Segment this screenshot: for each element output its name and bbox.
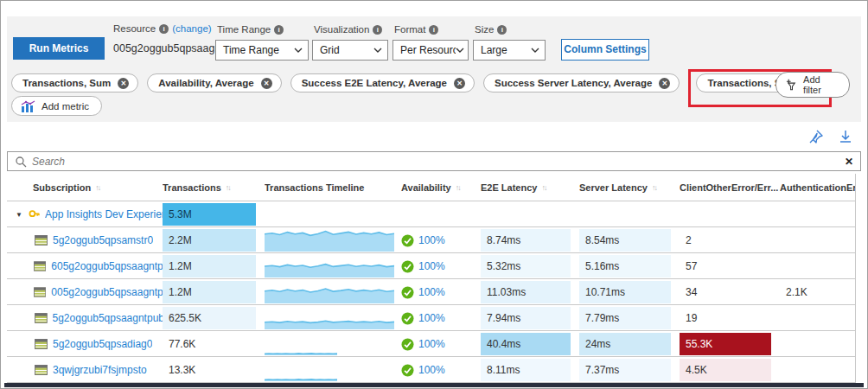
metric-pill[interactable]: Availability, Average ✕ [147,73,281,92]
format-dropdown[interactable]: Per Resource [393,40,469,61]
sort-icon[interactable]: ↑↓ [456,183,460,192]
resource-link[interactable]: 5g2oggub5qpsaagntpub [53,312,163,324]
grid-actions [808,129,853,144]
info-icon: i [429,25,438,35]
table-row[interactable]: 3qwjgrzubi7fsjmpsto13.3K 100%8.11ms7.37m… [7,357,856,383]
resource-link[interactable]: 5g2oggub5qpsamstr0 [53,234,153,246]
heatmap-cell: 5.3M [163,203,256,226]
heatmap-cell: 34 [680,281,771,303]
collapse-caret-icon[interactable]: ▼ [16,211,23,219]
remove-metric-icon[interactable]: ✕ [454,78,465,89]
table-row[interactable]: 5g2oggub5qpsamstr02.2M 100%8.74ms8.54ms2 [7,227,856,253]
transactions-sparkline [265,307,394,329]
client-other-error-cell: 2 [680,229,780,252]
server-latency-cell: 5.16ms [579,255,680,277]
metric-pills: Transactions, Sum ✕ Availability, Averag… [11,73,832,107]
transactions-cell: 13.3K [163,359,265,381]
remove-metric-icon[interactable]: ✕ [118,78,129,89]
time-range-label: Time Range i [217,24,284,35]
resource-link[interactable]: 005g2oggub5qpsaagntpri [51,286,163,298]
column-header-transactions[interactable]: Transactions↑↓ [163,182,265,193]
transactions-cell: 5.3M [163,203,265,226]
metric-pill[interactable]: Success E2E Latency, Average ✕ [290,73,475,92]
table-row[interactable]: 005g2oggub5qpsaagntpri1.2M 100%11.03ms10… [7,279,856,305]
transactions-cell: 2.2M [163,229,265,252]
availability-value: 100% [418,338,445,350]
server-latency-cell: 8.54ms [579,229,680,252]
resource-change-link[interactable]: (change) [172,23,211,34]
resource-link[interactable]: 605g2oggub5qpsaagntpri [51,260,163,272]
column-header-availability[interactable]: Availability↑↓ [401,182,481,193]
transactions-timeline-cell [265,227,401,253]
heatmap-cell: 19 [680,307,771,329]
search-icon [15,156,27,168]
column-header-authentication-error[interactable]: AuthenticationErr... [780,182,855,193]
add-metric-button[interactable]: Add metric [11,96,102,116]
run-metrics-button[interactable]: Run Metrics [13,37,105,60]
size-dropdown[interactable]: Large [473,40,546,61]
table-row[interactable]: 5g2oggub5qpsaagntpub625.5K 100%7.94ms7.7… [7,305,856,331]
column-header-e2e-latency[interactable]: E2E Latency↑↓ [481,182,579,193]
sort-icon[interactable]: ↑↓ [541,183,546,192]
availability-value: 100% [418,260,445,272]
heatmap-cell: 8.11ms [481,359,571,381]
heatmap-cell: 24ms [579,333,671,355]
heatmap-cell: 2 [680,229,771,252]
column-header-transactions-timeline[interactable]: Transactions Timeline [265,182,401,193]
heatmap-cell: 5.32ms [481,255,571,277]
resource-link[interactable]: App Insights Dev Experience [45,208,163,220]
table-row[interactable]: 605g2oggub5qpsaagntpri1.2M 100%5.32ms5.1… [7,253,856,279]
metric-pill[interactable]: Transactions, Sum ✕ [11,73,138,92]
metric-pill[interactable]: Success Server Latency, Average ✕ [483,73,680,92]
availability-check-icon [401,286,414,299]
transactions-cell: 77.6K [163,333,265,355]
remove-metric-icon[interactable]: ✕ [659,78,670,89]
time-range-dropdown[interactable]: Time Range [215,40,309,61]
storage-account-icon [34,261,46,271]
column-header-subscription[interactable]: Subscription↑↓ [7,182,163,193]
resource-link[interactable]: 3qwjgrzubi7fsjmpsto [53,364,147,376]
transactions-sparkline [265,229,394,252]
availability-value: 100% [418,234,445,246]
table-row-group[interactable]: ▼ App Insights Dev Experience5.3M [7,201,856,227]
e2e-latency-cell: 8.11ms [481,359,579,381]
column-settings-button[interactable]: Column Settings [561,39,649,61]
info-icon: i [159,24,169,34]
client-other-error-cell: 55.3K [680,333,780,355]
availability-cell: 100% [401,364,481,377]
e2e-latency-cell: 5.32ms [481,255,579,277]
add-metric-icon [21,100,35,112]
heatmap-cell: 8.54ms [579,229,671,252]
e2e-latency-cell: 8.74ms [481,229,579,252]
heatmap-cell: 1.2M [163,281,256,303]
clear-search-icon[interactable]: ✕ [845,156,853,168]
resource-link[interactable]: 5g2oggub5qpsadiag0 [53,338,152,350]
server-latency-cell: 24ms [579,333,680,355]
sort-icon[interactable]: ↑↓ [95,183,99,192]
table-row[interactable]: 5g2oggub5qpsadiag077.6K 100%40.4ms24ms55… [7,331,856,357]
heatmap-cell: 55.3K [680,333,771,355]
transactions-sparkline [265,359,337,381]
availability-check-icon [401,234,414,247]
remove-metric-icon[interactable]: ✕ [261,78,272,89]
subscription-cell: ▼ App Insights Dev Experience [7,208,163,220]
heatmap-cell: 2.2M [163,229,256,252]
column-header-client-other-error[interactable]: ClientOtherError/Err...↑↓ [680,182,780,193]
info-icon: i [274,25,284,35]
sort-icon[interactable]: ↑↓ [652,183,656,192]
pin-icon[interactable] [808,129,824,144]
server-latency-cell: 7.79ms [579,307,680,329]
availability-cell: 100% [401,286,481,299]
transactions-cell: 1.2M [163,281,265,303]
add-filter-button[interactable]: Add filter [775,72,850,98]
column-header-server-latency[interactable]: Server Latency↑↓ [579,182,680,193]
visualization-dropdown[interactable]: Grid [312,40,388,61]
download-icon[interactable] [838,129,853,144]
availability-cell: 100% [401,234,481,247]
sort-icon[interactable]: ↑↓ [226,183,230,192]
search-input[interactable] [27,156,845,168]
chevron-down-icon [531,48,539,53]
availability-cell: 100% [401,312,481,325]
client-other-error-cell: 57 [680,255,780,277]
chevron-down-icon [294,48,303,53]
